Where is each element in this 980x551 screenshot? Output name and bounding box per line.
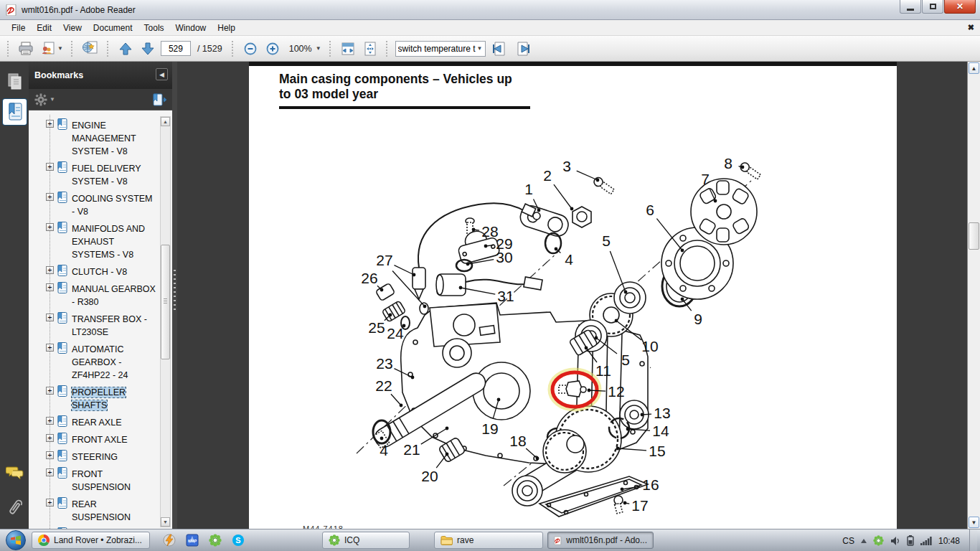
taskbar-button-rave[interactable]: rave [434, 532, 543, 549]
menu-window[interactable]: Window [170, 21, 212, 35]
close-document-icon[interactable]: ✖ [968, 23, 974, 32]
bookmark-item[interactable]: + ENGINE MANAGEMENT SYSTEM - V8 [29, 116, 172, 159]
menu-document[interactable]: Document [88, 21, 138, 35]
fit-width-button[interactable] [339, 39, 357, 58]
bookmark-item[interactable]: + MANUAL GEARBOX - R380 [29, 280, 172, 310]
zoom-in-button[interactable] [263, 39, 282, 58]
bookmark-item[interactable]: + FRONT AXLE [29, 430, 172, 448]
tray-expand-icon[interactable] [861, 539, 867, 543]
taskbar-button-browser[interactable]: Land Rover • Zobrazi... [32, 532, 150, 549]
menu-help[interactable]: Help [212, 21, 241, 35]
find-previous-button[interactable] [489, 39, 509, 58]
winamp-icon[interactable] [163, 534, 176, 547]
search-input[interactable] [398, 44, 476, 54]
language-indicator[interactable]: CS [842, 536, 854, 546]
toolbar-grip[interactable] [232, 41, 235, 57]
find-box[interactable]: ▼ [395, 41, 486, 57]
taskbar-button-reader[interactable]: wmlt016n.pdf - Ado... [547, 532, 654, 549]
scroll-down-icon[interactable]: ▼ [969, 517, 979, 528]
comments-panel-button[interactable] [3, 460, 27, 486]
document-scrollbar[interactable]: ▲ ▼ [967, 62, 980, 529]
windows-logo-icon [10, 534, 22, 546]
scroll-down-icon[interactable]: ▼ [161, 517, 170, 527]
bookmarks-scrollbar[interactable]: ▲ ▼ [160, 116, 171, 527]
share-online-button[interactable] [80, 39, 100, 58]
expand-current-bookmark-icon[interactable] [152, 93, 168, 106]
clock[interactable]: 10:48 [938, 536, 960, 546]
expand-plus-icon[interactable]: + [46, 163, 54, 171]
expand-plus-icon[interactable]: + [46, 387, 54, 395]
page-number-input[interactable] [161, 41, 191, 56]
expand-plus-icon[interactable]: + [46, 499, 54, 507]
toolbar-grip[interactable] [386, 41, 389, 57]
maximize-button[interactable] [922, 0, 943, 14]
minimize-button[interactable] [900, 0, 921, 14]
bookmark-item[interactable]: + STEERING [29, 448, 172, 465]
kmplayer-icon[interactable]: KMP [186, 534, 199, 547]
bookmark-item[interactable]: + FUEL DELIVERY SYSTEM - V8 [29, 159, 172, 189]
toolbar-grip[interactable] [107, 41, 110, 57]
collaborate-button[interactable]: ▼ [39, 39, 65, 58]
expand-plus-icon[interactable]: + [46, 417, 54, 425]
bookmark-item[interactable]: + FRONT SUSPENSION [29, 465, 172, 495]
expand-plus-icon[interactable]: + [46, 314, 54, 321]
pages-panel-button[interactable] [3, 69, 27, 95]
panel-splitter[interactable] [172, 62, 177, 529]
expand-plus-icon[interactable]: + [46, 434, 54, 442]
fit-page-button[interactable] [361, 39, 380, 58]
next-page-button[interactable] [138, 39, 157, 58]
bookmarks-panel-button[interactable] [3, 99, 27, 125]
expand-plus-icon[interactable]: + [46, 283, 54, 291]
collapse-panel-button[interactable]: ◀ [156, 68, 168, 80]
bookmark-item[interactable]: + REAR SUSPENSION [29, 495, 172, 525]
options-gear-icon[interactable] [34, 93, 47, 106]
part-bearing-5-upper [614, 282, 646, 314]
taskbar-button-icq[interactable]: ICQ [322, 532, 410, 549]
expand-plus-icon[interactable]: + [46, 451, 54, 459]
zoom-out-button[interactable] [241, 39, 260, 58]
toolbar-grip[interactable] [71, 41, 74, 57]
menu-edit[interactable]: Edit [31, 21, 57, 35]
start-button[interactable] [6, 530, 26, 550]
menu-file[interactable]: File [6, 21, 31, 35]
icq-icon[interactable] [209, 534, 222, 547]
toolbar-grip[interactable] [7, 41, 10, 57]
toolbar-grip[interactable] [329, 41, 332, 57]
menu-view[interactable]: View [57, 21, 88, 35]
bookmark-item[interactable]: + CLUTCH - V8 [29, 263, 172, 280]
expand-plus-icon[interactable]: + [46, 468, 54, 476]
find-next-button[interactable] [513, 39, 533, 58]
battery-icon[interactable] [907, 535, 914, 546]
attachments-panel-button[interactable] [3, 496, 27, 522]
bookmark-item[interactable]: + MANIFOLDS AND EXHAUST SYSTEMS - V8 [29, 220, 172, 263]
print-button[interactable] [17, 39, 35, 58]
expand-plus-icon[interactable]: + [46, 120, 54, 128]
menu-tools[interactable]: Tools [138, 21, 170, 35]
part-number-label: 11 [595, 362, 611, 379]
network-signal-icon[interactable] [920, 536, 932, 545]
bookmark-item[interactable]: + REAR AXLE [29, 413, 172, 430]
bookmark-item[interactable]: + TRANSFER BOX - LT230SE [29, 310, 172, 340]
close-button[interactable]: ✕ [944, 0, 976, 14]
bookmark-label: MANIFOLDS AND EXHAUST SYSTEMS - V8 [72, 224, 145, 260]
expand-plus-icon[interactable]: + [46, 193, 54, 201]
scroll-up-icon[interactable]: ▲ [969, 62, 979, 74]
volume-icon[interactable] [890, 536, 900, 546]
expand-plus-icon[interactable]: + [46, 223, 54, 231]
show-desktop-button[interactable] [969, 529, 977, 551]
icq-tray-icon[interactable] [873, 535, 884, 546]
bookmark-label: TRANSFER BOX - LT230SE [72, 314, 147, 337]
expand-plus-icon[interactable]: + [46, 344, 54, 352]
document-area[interactable]: Main casing components – Vehicles up to … [177, 62, 967, 529]
scroll-up-icon[interactable]: ▲ [161, 117, 170, 126]
scrollbar-thumb[interactable] [969, 222, 979, 250]
skype-icon[interactable]: S [232, 534, 245, 547]
scrollbar-thumb[interactable] [161, 245, 170, 359]
previous-page-button[interactable] [116, 39, 135, 58]
expand-plus-icon[interactable]: + [46, 266, 54, 274]
title-bar[interactable]: wmlt016n.pdf - Adobe Reader ✕ [0, 0, 980, 20]
bookmark-item[interactable]: + COOLING SYSTEM - V8 [29, 189, 172, 220]
zoom-level-dropdown[interactable]: 100% ▼ [286, 39, 323, 58]
bookmark-item[interactable]: + PROPELLER SHAFTS [29, 383, 172, 413]
bookmark-item[interactable]: + AUTOMATIC GEARBOX - ZF4HP22 - 24 [29, 340, 172, 383]
